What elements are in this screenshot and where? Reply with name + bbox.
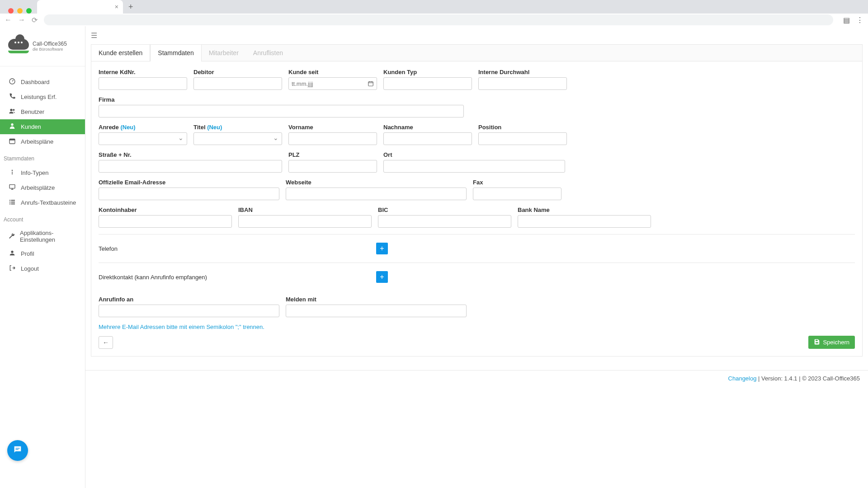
logout-icon	[8, 264, 16, 273]
anrede-neu-link[interactable]: (Neu)	[120, 124, 135, 131]
helper-text: Mehrere E-Mail Adressen bitte mit einem …	[99, 324, 855, 330]
back-icon[interactable]: ←	[5, 16, 12, 24]
chat-icon	[13, 445, 23, 457]
vorname-input[interactable]	[288, 132, 377, 145]
interne-durchwahl-input[interactable]	[478, 77, 567, 90]
hamburger-icon[interactable]: ☰	[91, 31, 97, 40]
label-anrufinfo-an: Anrufinfo an	[99, 296, 279, 303]
label-firma: Firma	[99, 96, 464, 103]
svg-rect-17	[15, 449, 18, 450]
browser-tab[interactable]: ×	[37, 0, 123, 14]
label-position: Position	[478, 124, 567, 131]
fax-input[interactable]	[473, 188, 561, 200]
label-anrede: Anrede (Neu)	[99, 124, 187, 131]
sidebar-item-logout[interactable]: Logout	[0, 261, 85, 276]
svg-point-1	[10, 109, 12, 111]
list-icon	[8, 198, 16, 207]
logo-subtitle: die Bürosoftware	[33, 47, 67, 52]
sidebar-item-info-typen[interactable]: Info-Typen	[0, 165, 85, 180]
close-tab-icon[interactable]: ×	[115, 3, 118, 10]
save-button[interactable]: Speichern	[808, 336, 855, 349]
tab-mitarbeiter[interactable]: Mitarbeiter	[202, 44, 246, 61]
plus-icon: +	[380, 273, 384, 281]
footer: Changelog | Version: 1.4.1 | © 2023 Call…	[85, 370, 868, 386]
address-bar[interactable]	[44, 14, 833, 25]
new-tab-button[interactable]: +	[123, 0, 139, 14]
sidebar-item-label: Arbeitspläne	[21, 138, 53, 145]
label-direktkontakt: Direktkontakt (kann Anrufinfo empfangen)	[99, 274, 376, 281]
page-title: Kunde erstellen	[91, 44, 150, 61]
window-controls	[4, 5, 37, 14]
add-direktkontakt-button[interactable]: +	[376, 271, 388, 283]
label-melden-mit: Melden mit	[286, 296, 467, 303]
debitor-input[interactable]	[193, 77, 282, 90]
logo: Call-Office365 die Bürosoftware	[0, 34, 85, 66]
plz-input[interactable]	[288, 160, 377, 173]
kunde-seit-input[interactable]	[288, 77, 377, 90]
sidebar-section-stammdaten: Stammdaten	[0, 149, 85, 165]
separator	[99, 263, 855, 263]
sidebar-item-benutzer[interactable]: Benutzer	[0, 104, 85, 119]
svg-point-2	[13, 109, 14, 111]
svg-point-6	[12, 170, 13, 171]
titel-select[interactable]	[193, 132, 282, 145]
sidebar-item-profil[interactable]: Profil	[0, 246, 85, 261]
tab-stammdaten[interactable]: Stammdaten	[150, 44, 201, 61]
footer-version: | Version: 1.4.1 | © 2023 Call-Office365	[756, 375, 860, 382]
sidebar-item-label: Logout	[21, 265, 39, 272]
logo-icon	[8, 39, 29, 53]
sidebar-item-label: Applikations-Einstellungen	[20, 230, 77, 243]
svg-rect-9	[9, 200, 10, 201]
label-kunde-seit: Kunde seit	[288, 69, 377, 75]
back-button[interactable]: ←	[99, 336, 113, 349]
minimize-window-icon[interactable]	[17, 8, 23, 14]
strasse-input[interactable]	[99, 160, 282, 173]
bic-input[interactable]	[378, 215, 511, 228]
changelog-link[interactable]: Changelog	[728, 375, 757, 382]
add-telefon-button[interactable]: +	[376, 243, 388, 254]
maximize-window-icon[interactable]	[26, 8, 32, 14]
sidebar-item-arbeitsplaetze[interactable]: Arbeitsplätze	[0, 180, 85, 195]
label-fax: Fax	[473, 179, 561, 186]
tab-anruflisten[interactable]: Anruflisten	[246, 44, 290, 61]
titel-neu-link[interactable]: (Neu)	[207, 124, 222, 131]
sidebar-item-kunden[interactable]: Kunden	[0, 119, 85, 134]
reload-icon[interactable]: ⟳	[32, 16, 38, 24]
sidebar-item-textbausteine[interactable]: Anrufs-Textbausteine	[0, 195, 85, 210]
webseite-input[interactable]	[286, 188, 467, 200]
svg-rect-11	[9, 202, 10, 202]
sidebar-item-label: Arbeitsplätze	[21, 184, 55, 191]
info-icon	[8, 169, 16, 177]
phone-icon	[8, 93, 16, 101]
kontoinhaber-input[interactable]	[99, 215, 232, 228]
kunden-typ-input[interactable]	[383, 77, 472, 90]
iban-input[interactable]	[238, 215, 372, 228]
menu-icon[interactable]: ⋮	[856, 16, 863, 24]
save-button-label: Speichern	[823, 339, 849, 346]
sidebar-item-leistungs[interactable]: Leistungs Erf.	[0, 89, 85, 104]
form: Interne KdNr. Debitor Kunde seit Kunden …	[91, 61, 862, 356]
anrufinfo-an-input[interactable]	[99, 305, 279, 317]
sidebar-item-settings[interactable]: Applikations-Einstellungen	[0, 226, 85, 246]
anrede-select[interactable]	[99, 132, 187, 145]
label-webseite: Webseite	[286, 179, 467, 186]
ort-input[interactable]	[383, 160, 565, 173]
forward-icon[interactable]: →	[18, 16, 25, 24]
extensions-icon[interactable]: ▤	[843, 16, 850, 24]
dashboard-icon	[8, 78, 16, 86]
firma-input[interactable]	[99, 105, 464, 117]
svg-rect-13	[9, 203, 10, 204]
label-kontoinhaber: Kontoinhaber	[99, 206, 232, 213]
sidebar-item-arbeitsplaene[interactable]: Arbeitspläne	[0, 134, 85, 149]
sidebar-item-dashboard[interactable]: Dashboard	[0, 75, 85, 89]
svg-rect-12	[11, 202, 15, 202]
interne-kdnr-input[interactable]	[99, 77, 187, 90]
email-input[interactable]	[99, 188, 279, 200]
bank-name-input[interactable]	[518, 215, 651, 228]
position-input[interactable]	[478, 132, 567, 145]
nachname-input[interactable]	[383, 132, 472, 145]
browser-chrome: × + ← → ⟳ ▤ ⋮	[0, 0, 868, 26]
close-window-icon[interactable]	[8, 8, 14, 14]
chat-widget-button[interactable]	[7, 440, 28, 461]
melden-mit-input[interactable]	[286, 305, 467, 317]
